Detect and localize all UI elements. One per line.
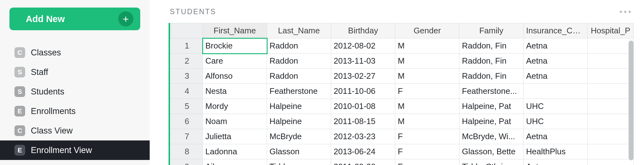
cell[interactable]: Raddon <box>267 69 331 84</box>
cell[interactable]: Glasson, Bette <box>459 144 524 159</box>
sidebar-item-classes[interactable]: CClasses <box>0 43 150 62</box>
row-number[interactable]: 8 <box>171 144 203 159</box>
cell[interactable]: Halpeine, Pat <box>459 99 524 114</box>
cell[interactable]: McBryde <box>267 129 331 144</box>
cell[interactable]: Halpeine <box>267 114 331 129</box>
cell[interactable]: Featherstone <box>267 84 331 99</box>
cell[interactable]: 2011-08-15 <box>331 114 395 129</box>
cell[interactable]: Raddon, Fin <box>459 54 524 69</box>
table-row: 3AlfonsoRaddon2013-02-27MRaddon, FinAetn… <box>169 69 634 84</box>
cell[interactable]: F <box>395 84 459 99</box>
cell[interactable]: Julietta <box>203 129 267 144</box>
cell[interactable]: Brockie <box>203 38 267 54</box>
cell[interactable]: M <box>395 38 459 54</box>
cell[interactable]: M <box>395 69 459 84</box>
row-number[interactable]: 6 <box>171 114 203 129</box>
vertical-scrollbar[interactable] <box>628 39 635 165</box>
cell[interactable]: Alfonso <box>203 69 267 84</box>
cell[interactable]: Aile <box>203 159 267 165</box>
cell[interactable]: M <box>395 99 459 114</box>
cell[interactable]: Halpeine <box>267 99 331 114</box>
cell[interactable]: Nesta <box>203 84 267 99</box>
cell[interactable]: Raddon, Fin <box>459 38 524 54</box>
sidebar-item-label: Enrollment View <box>31 145 92 155</box>
cell[interactable]: Aetna <box>524 38 588 54</box>
sidebar-item-students[interactable]: SStudents <box>0 82 150 101</box>
row-number[interactable]: 4 <box>171 84 203 99</box>
column-header[interactable]: Family <box>459 23 524 38</box>
cell[interactable]: M <box>395 54 459 69</box>
cell[interactable] <box>588 54 634 69</box>
cell[interactable]: F <box>395 159 459 165</box>
cell[interactable] <box>588 114 634 129</box>
column-header[interactable]: Insurance_Car... <box>524 23 588 38</box>
cell[interactable]: 2013-11-03 <box>331 54 395 69</box>
cell[interactable]: Care <box>203 54 267 69</box>
row-number[interactable]: 5 <box>171 99 203 114</box>
cell[interactable]: F <box>395 144 459 159</box>
cell[interactable]: 2011-10-06 <box>331 84 395 99</box>
more-icon[interactable] <box>619 9 632 14</box>
column-header[interactable]: First_Name <box>203 23 267 38</box>
row-number[interactable]: 2 <box>171 54 203 69</box>
cell[interactable]: Aetna <box>524 159 588 165</box>
column-header[interactable]: Hospital_P <box>588 23 634 38</box>
row-number[interactable]: 7 <box>171 129 203 144</box>
cell[interactable] <box>588 38 634 54</box>
data-grid[interactable]: First_NameLast_NameBirthdayGenderFamilyI… <box>169 23 634 165</box>
sidebar-item-label: Classes <box>31 48 61 58</box>
cell[interactable] <box>524 84 588 99</box>
cell[interactable]: Raddon <box>267 54 331 69</box>
sidebar-letter-icon: S <box>14 86 25 97</box>
cell[interactable]: 2010-01-08 <box>331 99 395 114</box>
table-row: 8LadonnaGlasson2013-06-24FGlasson, Bette… <box>169 144 634 159</box>
cell[interactable]: M <box>395 114 459 129</box>
cell[interactable]: HealthPlus <box>524 144 588 159</box>
rownum-header[interactable] <box>171 23 203 38</box>
cell[interactable]: 2012-03-23 <box>331 129 395 144</box>
cell[interactable]: McBryde, Wi... <box>459 129 524 144</box>
cell[interactable]: UHC <box>524 99 588 114</box>
sidebar-item-label: Enrollments <box>31 106 76 116</box>
cell[interactable]: Aetna <box>524 54 588 69</box>
grid-scroll[interactable]: First_NameLast_NameBirthdayGenderFamilyI… <box>169 23 635 165</box>
cell[interactable]: Aetna <box>524 129 588 144</box>
cell[interactable]: 2011-09-26 <box>331 159 395 165</box>
cell[interactable]: Noam <box>203 114 267 129</box>
cell[interactable]: Ladonna <box>203 144 267 159</box>
cell[interactable]: Halpeine, Pat <box>459 114 524 129</box>
row-number[interactable]: 1 <box>171 38 203 54</box>
sidebar-item-enrollments[interactable]: EEnrollments <box>0 101 150 121</box>
add-new-label: Add New <box>26 14 65 24</box>
row-number[interactable]: 3 <box>171 69 203 84</box>
column-header[interactable]: Last_Name <box>267 23 331 38</box>
cell[interactable]: Tiddy <box>267 159 331 165</box>
cell[interactable]: UHC <box>524 114 588 129</box>
sidebar-item-class-view[interactable]: CClass View <box>0 121 150 140</box>
cell[interactable]: F <box>395 129 459 144</box>
cell[interactable] <box>588 69 634 84</box>
row-number[interactable]: 9 <box>171 159 203 165</box>
cell[interactable]: 2013-06-24 <box>331 144 395 159</box>
cell[interactable]: Mordy <box>203 99 267 114</box>
cell[interactable] <box>588 84 634 99</box>
cell[interactable]: Tiddy, Cthrine <box>459 159 524 165</box>
cell[interactable]: Glasson <box>267 144 331 159</box>
cell[interactable] <box>588 99 634 114</box>
cell[interactable]: 2012-08-02 <box>331 38 395 54</box>
scrollbar-thumb[interactable] <box>629 41 634 160</box>
column-header[interactable]: Birthday <box>331 23 395 38</box>
cell[interactable]: Raddon <box>267 38 331 54</box>
table-row: 1BrockieRaddon2012-08-02MRaddon, FinAetn… <box>169 38 634 54</box>
cell[interactable]: Featherstone... <box>459 84 524 99</box>
add-new-button[interactable]: Add New + <box>9 8 140 30</box>
cell[interactable]: Raddon, Fin <box>459 69 524 84</box>
sidebar-item-enrollment-view[interactable]: EEnrollment View <box>0 140 150 160</box>
cell[interactable] <box>588 159 634 165</box>
cell[interactable]: Aetna <box>524 69 588 84</box>
cell[interactable]: 2013-02-27 <box>331 69 395 84</box>
sidebar-item-staff[interactable]: SStaff <box>0 62 150 82</box>
cell[interactable] <box>588 129 634 144</box>
cell[interactable] <box>588 144 634 159</box>
column-header[interactable]: Gender <box>395 23 459 38</box>
